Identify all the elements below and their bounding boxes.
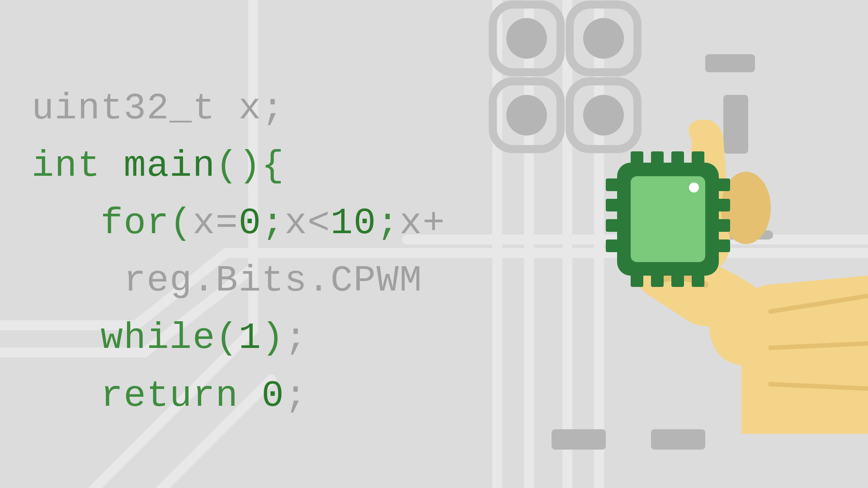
- code-brace-open: (){: [216, 145, 285, 187]
- code-semi4: ;: [284, 375, 307, 417]
- code-literal-1: 1: [239, 317, 262, 359]
- hand-holding-chip-icon: [515, 117, 868, 434]
- code-line-1: uint32_t x;: [32, 88, 284, 130]
- code-literal-10: 10: [330, 202, 377, 244]
- svg-rect-8: [705, 54, 755, 72]
- code-var-x2: x: [284, 202, 307, 244]
- code-paren-r: ): [262, 317, 285, 359]
- code-paren: (: [170, 202, 193, 244]
- svg-point-31: [689, 183, 699, 192]
- code-keyword-for: for: [32, 202, 170, 244]
- code-literal-0b: 0: [261, 375, 284, 417]
- code-func-main: main: [101, 145, 216, 187]
- code-op-eq: =: [216, 202, 239, 244]
- code-keyword-return: return: [32, 375, 261, 417]
- code-literal-0: 0: [239, 202, 262, 244]
- svg-point-3: [583, 18, 624, 59]
- code-var-x: x: [193, 202, 216, 244]
- code-paren-l: (: [216, 317, 239, 359]
- code-semi2: ;: [377, 202, 400, 244]
- code-line-reg: reg.Bits.CPWM: [32, 260, 422, 302]
- code-keyword-int: int: [32, 145, 101, 187]
- code-var-x3: x+: [400, 202, 446, 244]
- code-semi: ;: [262, 202, 285, 244]
- code-semi3: ;: [284, 317, 307, 359]
- code-keyword-while: while: [32, 317, 216, 359]
- code-snippet: uint32_t x; int main(){ for(x=0;x<10;x+ …: [32, 23, 445, 425]
- svg-point-1: [506, 18, 547, 59]
- code-op-lt: <: [307, 202, 330, 244]
